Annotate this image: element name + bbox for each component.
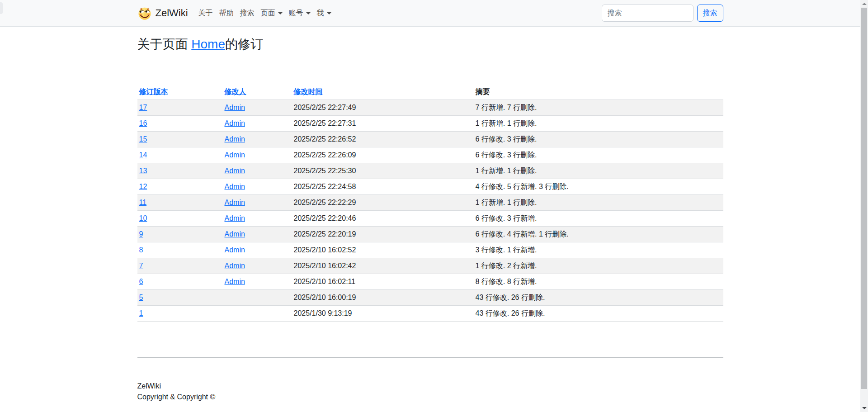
search-button[interactable]: 搜索	[697, 5, 723, 22]
revision-cell: 16	[137, 116, 223, 132]
revision-link[interactable]: 12	[139, 183, 147, 190]
brand-link[interactable]: ZelWiki	[137, 4, 188, 23]
revision-cell: 14	[137, 147, 223, 163]
summary-cell: 6 行修改. 3 行删除.	[474, 132, 723, 147]
editor-cell: Admin	[223, 258, 292, 274]
revision-link[interactable]: 17	[139, 104, 147, 111]
smirking-face-emoji-icon	[137, 6, 152, 20]
summary-cell: 6 行修改. 4 行新增. 1 行删除.	[474, 227, 723, 242]
editor-link[interactable]: Admin	[225, 278, 245, 285]
footer-site-name: ZelWiki	[137, 381, 723, 392]
summary-cell: 43 行修改. 26 行删除.	[474, 290, 723, 306]
main-content: 关于页面 Home的修订 修订版本 修改人 修改时间 摘要 17 Admin 2…	[132, 37, 729, 322]
navbar-link-label: 帮助	[219, 9, 234, 17]
revision-table: 修订版本 修改人 修改时间 摘要 17 Admin 2025/2/25 22:2…	[137, 84, 723, 322]
editor-link[interactable]: Admin	[225, 230, 245, 238]
navbar-link-2[interactable]: 搜索	[237, 4, 258, 22]
navbar-link-label: 搜索	[240, 9, 255, 17]
editor-link[interactable]: Admin	[225, 214, 245, 222]
summary-cell: 43 行修改. 26 行删除.	[474, 306, 723, 322]
editor-link[interactable]: Admin	[225, 119, 245, 127]
navbar-link-1[interactable]: 帮助	[216, 4, 237, 22]
navbar-item: 搜索	[237, 4, 258, 22]
revision-link[interactable]: 14	[139, 151, 147, 159]
revision-row: 6 Admin 2025/2/10 16:02:11 8 行修改. 8 行新增.	[137, 274, 723, 290]
navbar-item: 关于	[195, 4, 216, 22]
editor-link[interactable]: Admin	[225, 151, 245, 159]
summary-cell: 1 行新增. 1 行删除.	[474, 195, 723, 211]
scrollbar-down-arrow-icon[interactable]	[860, 404, 868, 412]
revision-row: 12 Admin 2025/2/25 22:24:58 4 行修改. 5 行新增…	[137, 179, 723, 195]
search-input[interactable]	[602, 5, 693, 22]
navbar-container: ZelWiki 关于 帮助 搜索 页面 账号 我 搜索	[132, 4, 729, 23]
footer-copyright: Copyright & Copyright ©	[137, 392, 723, 403]
navbar-link-label: 关于	[198, 9, 213, 17]
revision-table-body: 17 Admin 2025/2/25 22:27:49 7 行新增. 7 行删除…	[137, 100, 723, 322]
editor-link[interactable]: Admin	[225, 199, 245, 206]
page: ZelWiki 关于 帮助 搜索 页面 账号 我 搜索 关于页面 Home的修订	[0, 0, 860, 403]
page-title-prefix: 关于页面	[137, 37, 192, 51]
navbar-link-3[interactable]: 页面	[258, 4, 286, 22]
vertical-scrollbar[interactable]	[860, 0, 868, 412]
navbar-link-0[interactable]: 关于	[195, 4, 216, 22]
revision-cell: 10	[137, 211, 223, 227]
editor-link[interactable]: Admin	[225, 135, 245, 143]
editor-cell: Admin	[223, 242, 292, 258]
page-title-home-link[interactable]: Home	[191, 37, 225, 51]
column-header-editor: 修改人	[223, 84, 292, 100]
navbar-item: 我	[314, 4, 335, 22]
editor-link[interactable]: Admin	[225, 183, 245, 190]
sort-editor-link[interactable]: 修改人	[225, 88, 246, 95]
revision-cell: 9	[137, 227, 223, 242]
time-cell: 2025/2/25 22:24:58	[292, 179, 474, 195]
scrollbar-up-arrow-icon[interactable]	[860, 0, 868, 8]
revision-row: 13 Admin 2025/2/25 22:25:30 1 行新增. 1 行删除…	[137, 163, 723, 179]
revision-row: 10 Admin 2025/2/25 22:20:46 6 行修改. 3 行新增…	[137, 211, 723, 227]
navbar-link-5[interactable]: 我	[314, 4, 335, 22]
revision-link[interactable]: 10	[139, 214, 147, 222]
scrollbar-thumb[interactable]	[861, 8, 867, 389]
revision-link[interactable]: 8	[139, 246, 143, 254]
dropdown-caret-icon	[327, 12, 331, 14]
footer-divider	[137, 357, 723, 358]
editor-link[interactable]: Admin	[225, 246, 245, 254]
revision-link[interactable]: 16	[139, 119, 147, 127]
revision-cell: 17	[137, 100, 223, 116]
revision-link[interactable]: 7	[139, 262, 143, 270]
editor-cell	[223, 306, 292, 322]
summary-cell: 1 行修改. 2 行新增.	[474, 258, 723, 274]
revision-link[interactable]: 9	[139, 230, 143, 238]
time-cell: 2025/2/25 22:20:46	[292, 211, 474, 227]
editor-link[interactable]: Admin	[225, 262, 245, 270]
revision-link[interactable]: 1	[139, 309, 143, 317]
revision-link[interactable]: 11	[139, 199, 147, 206]
navbar-link-label: 页面	[261, 9, 275, 17]
editor-cell: Admin	[223, 227, 292, 242]
summary-cell: 3 行修改. 1 行新增.	[474, 242, 723, 258]
editor-link[interactable]: Admin	[225, 167, 245, 175]
time-cell: 2025/2/10 16:00:19	[292, 290, 474, 306]
revision-row: 16 Admin 2025/2/25 22:27:31 1 行新增. 1 行删除…	[137, 116, 723, 132]
editor-cell: Admin	[223, 163, 292, 179]
editor-link[interactable]: Admin	[225, 104, 245, 111]
footer-text: ZelWiki Copyright & Copyright ©	[137, 381, 723, 403]
editor-cell: Admin	[223, 179, 292, 195]
revision-link[interactable]: 5	[139, 294, 143, 301]
sort-time-link[interactable]: 修改时间	[294, 88, 323, 95]
editor-cell: Admin	[223, 195, 292, 211]
summary-cell: 1 行新增. 1 行删除.	[474, 116, 723, 132]
navbar-link-4[interactable]: 账号	[286, 4, 314, 22]
revision-link[interactable]: 13	[139, 167, 147, 175]
revision-row: 14 Admin 2025/2/25 22:26:09 6 行修改. 3 行删除…	[137, 147, 723, 163]
revision-cell: 13	[137, 163, 223, 179]
sort-revision-link[interactable]: 修订版本	[139, 88, 168, 95]
editor-cell: Admin	[223, 211, 292, 227]
time-cell: 2025/2/25 22:27:31	[292, 116, 474, 132]
time-cell: 2025/2/25 22:20:19	[292, 227, 474, 242]
revision-link[interactable]: 6	[139, 278, 143, 285]
editor-cell: Admin	[223, 100, 292, 116]
time-cell: 2025/2/25 22:26:52	[292, 132, 474, 147]
revision-cell: 8	[137, 242, 223, 258]
revision-link[interactable]: 15	[139, 135, 147, 143]
time-cell: 2025/2/10 16:02:52	[292, 242, 474, 258]
